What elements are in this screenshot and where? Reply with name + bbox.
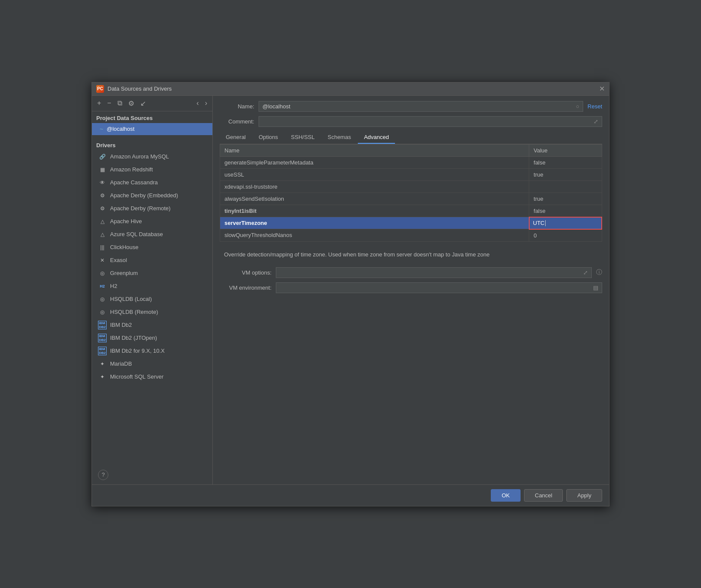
driver-item[interactable]: △ Azure SQL Database: [92, 228, 212, 241]
comment-expand-icon[interactable]: ⤢: [594, 118, 598, 125]
driver-icon-clickhouse: |||: [98, 243, 107, 252]
prop-value-editable[interactable]: UTC: [529, 217, 602, 229]
table-row[interactable]: xdevapi.ssl-truststore: [220, 180, 602, 193]
driver-icon-derby-emb: ⚙: [98, 191, 107, 200]
properties-table: Name Value generateSimpleParameterMetada…: [220, 144, 602, 242]
driver-icon-aurora: 🔗: [98, 152, 107, 161]
driver-item[interactable]: ✕ Exasol: [92, 254, 212, 267]
dialog-footer: OK Cancel Apply: [92, 484, 609, 506]
driver-item[interactable]: ◎ Greenplum: [92, 267, 212, 280]
back-button[interactable]: ‹: [195, 98, 200, 108]
help-button[interactable]: ?: [98, 470, 108, 480]
comment-label: Comment:: [220, 118, 254, 125]
table-row[interactable]: generateSimpleParameterMetadata false: [220, 156, 602, 168]
driver-item[interactable]: ✦ MariaDB: [92, 357, 212, 370]
dialog-content: + − ⧉ ⚙ ↙ ‹ › Project Data Sources ~ @lo…: [92, 96, 609, 484]
driver-icon-cassandra: 👁: [98, 178, 107, 187]
name-row: Name: @localhost ○ Reset: [220, 101, 602, 112]
close-button[interactable]: ✕: [599, 85, 605, 92]
table-row[interactable]: slowQueryThresholdNanos 0: [220, 229, 602, 242]
apply-button[interactable]: Apply: [566, 489, 602, 502]
name-expand-icon[interactable]: ○: [576, 103, 579, 110]
right-panel: Name: @localhost ○ Reset Comment: ⤢ Gene…: [213, 96, 609, 484]
vm-options-extra-icon: ⓘ: [596, 269, 602, 276]
import-button[interactable]: ↙: [139, 98, 148, 108]
driver-item[interactable]: 🔗 Amazon Aurora MySQL: [92, 150, 212, 163]
dialog-title: Data Sources and Drivers: [107, 85, 596, 92]
driver-item[interactable]: ✦ Microsoft SQL Server: [92, 370, 212, 383]
driver-item[interactable]: △ Apache Hive: [92, 215, 212, 228]
driver-icon-mssql: ✦: [98, 373, 107, 381]
vm-options-label: VM options:: [220, 269, 272, 276]
tabs: General Options SSH/SSL Schemas Advanced: [220, 131, 602, 144]
driver-icon-ibm-db2-9x: IBMDB2: [98, 347, 107, 355]
prop-value[interactable]: false: [529, 205, 602, 217]
driver-item[interactable]: ▦ Amazon Redshift: [92, 163, 212, 176]
name-label: Name:: [220, 103, 254, 110]
prop-name: generateSimpleParameterMetadata: [220, 156, 529, 168]
tab-advanced[interactable]: Advanced: [358, 131, 395, 144]
vm-options-input[interactable]: ⤢: [276, 267, 592, 278]
prop-name: alwaysSendSetIsolation: [220, 193, 529, 205]
tab-general[interactable]: General: [220, 131, 252, 144]
table-row[interactable]: alwaysSendSetIsolation true: [220, 193, 602, 205]
left-panel: + − ⧉ ⚙ ↙ ‹ › Project Data Sources ~ @lo…: [92, 96, 213, 484]
vm-env-table-icon[interactable]: ▤: [593, 285, 598, 291]
ok-button[interactable]: OK: [491, 489, 521, 502]
driver-item[interactable]: ⚙ Apache Derby (Remote): [92, 202, 212, 215]
remove-button[interactable]: −: [105, 98, 113, 108]
forward-button[interactable]: ›: [203, 98, 209, 108]
tab-schemas[interactable]: Schemas: [322, 131, 357, 144]
driver-item[interactable]: IBMDB2 IBM Db2 (JTOpen): [92, 332, 212, 345]
data-sources-dialog: PC Data Sources and Drivers ✕ + − ⧉ ⚙ ↙ …: [92, 82, 609, 506]
driver-icon-azure: △: [98, 230, 107, 239]
app-icon: PC: [96, 85, 104, 93]
driver-icon-ibm-db2-jt: IBMDB2: [98, 334, 107, 342]
vm-options-row: VM options: ⤢ ⓘ: [220, 267, 602, 278]
driver-item[interactable]: IBMDB2 IBM Db2: [92, 319, 212, 332]
driver-item[interactable]: ◎ HSQLDB (Local): [92, 293, 212, 306]
prop-name: tinyInt1isBit: [220, 205, 529, 217]
driver-icon-hsqldb-local: ◎: [98, 295, 107, 303]
table-row[interactable]: tinyInt1isBit false: [220, 205, 602, 217]
copy-button[interactable]: ⧉: [116, 98, 124, 108]
driver-icon-hsqldb-remote: ◎: [98, 308, 107, 316]
prop-name: useSSL: [220, 168, 529, 180]
prop-name: xdevapi.ssl-truststore: [220, 180, 529, 193]
driver-item[interactable]: ⚙ Apache Derby (Embedded): [92, 189, 212, 202]
table-row[interactable]: useSSL true: [220, 168, 602, 180]
prop-value[interactable]: false: [529, 156, 602, 168]
prop-value[interactable]: true: [529, 168, 602, 180]
comment-input-wrap[interactable]: ⤢: [259, 116, 602, 127]
driver-item[interactable]: 👁 Apache Cassandra: [92, 176, 212, 189]
driver-item[interactable]: H2 H2: [92, 280, 212, 293]
properties-table-wrap: Name Value generateSimpleParameterMetada…: [220, 144, 602, 242]
settings-button[interactable]: ⚙: [126, 98, 136, 108]
prop-name-selected: serverTimezone: [220, 217, 529, 229]
datasource-name: @localhost: [107, 126, 135, 132]
prop-value[interactable]: [529, 180, 602, 193]
col-name-header: Name: [220, 144, 529, 156]
vm-env-label: VM environment:: [220, 285, 272, 291]
property-description: Override detection/mapping of time zone.…: [220, 247, 602, 262]
vm-env-input[interactable]: ▤: [276, 282, 602, 293]
driver-item[interactable]: ||| ClickHouse: [92, 241, 212, 254]
title-bar: PC Data Sources and Drivers ✕: [92, 82, 609, 96]
driver-icon-derby-rem: ⚙: [98, 204, 107, 213]
reset-button[interactable]: Reset: [587, 103, 602, 110]
datasource-icon: ~: [100, 126, 103, 133]
selected-datasource[interactable]: ~ @localhost: [92, 123, 212, 135]
driver-icon-ibm-db2: IBMDB2: [98, 321, 107, 329]
prop-value[interactable]: true: [529, 193, 602, 205]
left-toolbar: + − ⧉ ⚙ ↙ ‹ ›: [92, 96, 212, 111]
col-value-header: Value: [529, 144, 602, 156]
tab-ssh-ssl[interactable]: SSH/SSL: [285, 131, 321, 144]
add-button[interactable]: +: [95, 98, 103, 108]
driver-item[interactable]: ◎ HSQLDB (Remote): [92, 306, 212, 319]
driver-item[interactable]: IBMDB2 IBM Db2 for 9.X, 10.X: [92, 345, 212, 357]
tab-options[interactable]: Options: [253, 131, 284, 144]
vm-options-expand-icon[interactable]: ⤢: [583, 269, 588, 276]
prop-value[interactable]: 0: [529, 229, 602, 242]
cancel-button[interactable]: Cancel: [524, 489, 563, 502]
table-row-selected[interactable]: serverTimezone UTC: [220, 217, 602, 229]
